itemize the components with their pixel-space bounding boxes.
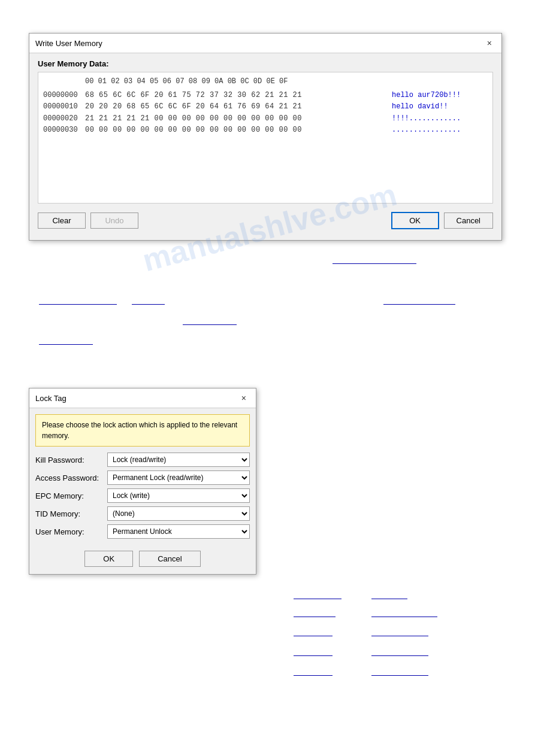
bg-link-11	[294, 636, 333, 636]
bg-link-13	[294, 655, 333, 656]
write-dialog-close-button[interactable]: ×	[483, 37, 495, 49]
lock-field-row: Kill Password:(None)Lock (read/write)Per…	[35, 453, 250, 467]
write-dialog-buttons: Clear Undo OK Cancel	[38, 210, 493, 234]
write-dialog-title: Write User Memory	[35, 39, 102, 48]
hex-ascii: ................	[380, 125, 488, 136]
lock-field-label-user_memory: User Memory:	[35, 527, 107, 536]
bg-link-16	[371, 675, 428, 676]
hex-address: 00000030	[43, 125, 85, 136]
lock-select-tid_memory[interactable]: (None)Lock (read/write)Permanent Lock (r…	[107, 506, 250, 521]
lock-ok-button[interactable]: OK	[84, 551, 133, 567]
hex-header: 00 01 02 03 04 05 06 07 08 09 0A 0B 0C 0…	[43, 76, 488, 87]
cancel-button[interactable]: Cancel	[444, 212, 493, 229]
write-dialog-body: User Memory Data: 00 01 02 03 04 05 06 0…	[29, 53, 501, 240]
undo-button[interactable]: Undo	[90, 212, 138, 229]
bg-link-14	[371, 655, 428, 656]
lock-dialog-titlebar: Lock Tag ×	[29, 388, 256, 408]
bg-link-1	[333, 263, 416, 264]
lock-cancel-button[interactable]: Cancel	[139, 551, 200, 567]
clear-button[interactable]: Clear	[38, 212, 86, 229]
lock-field-row: User Memory:(None)Lock (read/write)Perma…	[35, 524, 250, 539]
bg-link-15	[294, 675, 333, 676]
bg-link-8	[371, 599, 407, 599]
bg-link-6	[39, 344, 93, 345]
lock-field-label-tid_memory: TID Memory:	[35, 509, 107, 518]
lock-field-label-kill_password: Kill Password:	[35, 456, 107, 464]
lock-field-row: EPC Memory:(None)Lock (write)Permanent L…	[35, 488, 250, 503]
hex-row: 0000001020 20 20 68 65 6C 6C 6F 20 64 61…	[43, 101, 488, 113]
hex-address: 00000000	[43, 90, 85, 101]
lock-select-access_password[interactable]: (None)Lock (read/write)Permanent Lock (r…	[107, 470, 250, 485]
lock-select-user_memory[interactable]: (None)Lock (read/write)Permanent Lock (r…	[107, 524, 250, 539]
hex-address: 00000020	[43, 113, 85, 125]
write-dialog-titlebar: Write User Memory ×	[29, 34, 501, 53]
ok-button[interactable]: OK	[391, 212, 439, 229]
hex-bytes: 20 20 20 68 65 6C 6C 6F 20 64 61 76 69 6…	[85, 101, 380, 113]
hex-address: 00000010	[43, 101, 85, 113]
lock-field-row: TID Memory:(None)Lock (read/write)Perman…	[35, 506, 250, 521]
lock-select-epc_memory[interactable]: (None)Lock (write)Permanent Lock (write)…	[107, 488, 250, 503]
lock-field-label-epc_memory: EPC Memory:	[35, 491, 107, 500]
bg-link-7	[294, 599, 341, 599]
hex-ascii: hello aur720b!!!	[380, 90, 488, 101]
bg-link-9	[294, 617, 335, 617]
hex-row: 0000003000 00 00 00 00 00 00 00 00 00 00…	[43, 125, 488, 136]
lock-notice: Please choose the lock action which is a…	[35, 414, 250, 447]
bg-link-12	[371, 636, 428, 636]
lock-rows-container: Kill Password:(None)Lock (read/write)Per…	[35, 453, 250, 539]
bg-link-4	[383, 304, 455, 305]
hex-bytes: 00 00 00 00 00 00 00 00 00 00 00 00 00 0…	[85, 125, 380, 136]
bg-link-5	[183, 324, 237, 325]
lock-field-label-access_password: Access Password:	[35, 473, 107, 482]
user-memory-label: User Memory Data:	[38, 59, 493, 68]
lock-select-kill_password[interactable]: (None)Lock (read/write)Permanent Lock (r…	[107, 453, 250, 467]
lock-dialog-close-button[interactable]: ×	[238, 392, 250, 404]
lock-buttons: OK Cancel	[29, 546, 256, 574]
lock-field-row: Access Password:(None)Lock (read/write)P…	[35, 470, 250, 485]
hex-viewer: 00 01 02 03 04 05 06 07 08 09 0A 0B 0C 0…	[38, 72, 493, 204]
hex-bytes: 21 21 21 21 21 00 00 00 00 00 00 00 00 0…	[85, 113, 380, 125]
lock-dialog-title: Lock Tag	[35, 394, 67, 403]
write-user-memory-dialog: Write User Memory × User Memory Data: 00…	[29, 33, 502, 241]
bg-link-10	[371, 617, 437, 617]
lock-form: Kill Password:(None)Lock (read/write)Per…	[29, 453, 256, 546]
hex-ascii: hello david!!	[380, 101, 488, 113]
hex-rows-container: 0000000068 65 6C 6C 6F 20 61 75 72 37 32…	[43, 90, 488, 136]
bg-link-2	[39, 304, 117, 305]
bg-link-3	[132, 304, 165, 305]
hex-bytes: 68 65 6C 6C 6F 20 61 75 72 37 32 30 62 2…	[85, 90, 380, 101]
hex-ascii: !!!!............	[380, 113, 488, 125]
lock-tag-dialog: Lock Tag × Please choose the lock action…	[29, 388, 256, 575]
hex-row: 0000002021 21 21 21 21 00 00 00 00 00 00…	[43, 113, 488, 125]
hex-row: 0000000068 65 6C 6C 6F 20 61 75 72 37 32…	[43, 90, 488, 101]
